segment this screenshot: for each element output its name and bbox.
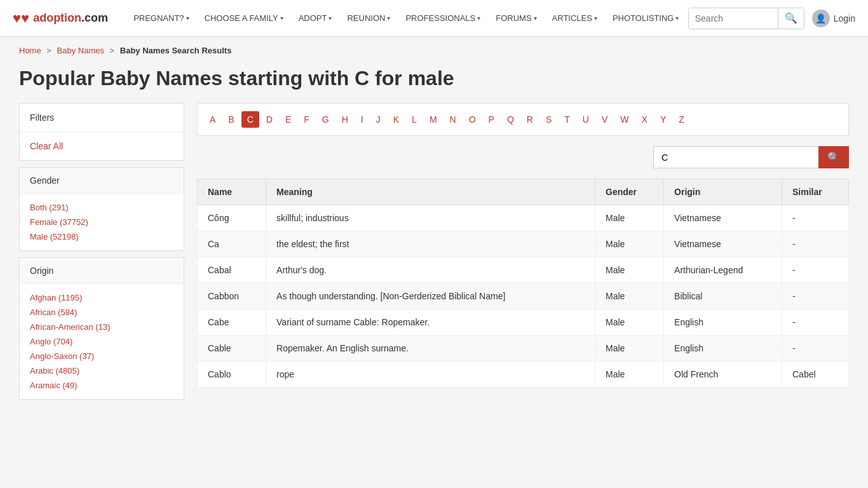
- alpha-letter-m[interactable]: M: [424, 111, 443, 128]
- alpha-letter-g[interactable]: G: [316, 111, 335, 128]
- search-button[interactable]: 🔍: [778, 8, 804, 29]
- origin-filter-link[interactable]: Anglo (704): [30, 334, 173, 349]
- alpha-letter-p[interactable]: P: [483, 111, 500, 128]
- sidebar: Filters Clear All Gender Both (291)Femal…: [19, 103, 184, 400]
- name-link[interactable]: Cabal: [208, 265, 231, 275]
- chevron-down-icon: ▾: [387, 15, 390, 22]
- meaning-cell: skillful; industrious: [266, 205, 595, 231]
- clear-all-button[interactable]: Clear All: [20, 132, 184, 160]
- alpha-letter-i[interactable]: I: [355, 111, 369, 128]
- name-link[interactable]: Ca: [208, 239, 219, 249]
- origin-filter-link[interactable]: Anglo-Saxon (37): [30, 349, 173, 363]
- nav-item-adopt[interactable]: ADOPT ▾: [292, 8, 339, 28]
- table-header-gender: Gender: [595, 179, 664, 205]
- name-link[interactable]: Cabe: [208, 317, 229, 327]
- logo[interactable]: ♥♥ adoption.com: [13, 10, 108, 27]
- gender-filter-link[interactable]: Male (52198): [30, 229, 173, 244]
- breadcrumb-home[interactable]: Home: [19, 46, 41, 55]
- login-area[interactable]: 👤 Login: [812, 10, 855, 27]
- login-label[interactable]: Login: [834, 13, 855, 24]
- search-input[interactable]: [689, 13, 778, 24]
- origin-filter-link[interactable]: Afghan (1195): [30, 290, 173, 305]
- name-cell[interactable]: Cabal: [198, 257, 266, 283]
- nav-item-professionals[interactable]: PROFESSIONALS ▾: [399, 8, 487, 28]
- breadcrumb-baby-names[interactable]: Baby Names: [57, 46, 104, 55]
- name-cell[interactable]: Cable: [198, 336, 266, 362]
- alpha-letter-h[interactable]: H: [336, 111, 354, 128]
- name-link[interactable]: Cabbon: [208, 291, 239, 301]
- breadcrumb-current: Baby Names Search Results: [120, 46, 232, 55]
- origin-filter-link[interactable]: African-American (13): [30, 320, 173, 334]
- alpha-letter-e[interactable]: E: [280, 111, 297, 128]
- alpha-letter-c[interactable]: C: [241, 111, 259, 128]
- alpha-letter-t[interactable]: T: [559, 111, 576, 128]
- alpha-letter-q[interactable]: Q: [501, 111, 520, 128]
- alpha-letter-a[interactable]: A: [204, 111, 221, 128]
- origin-cell: Arthurian-Legend: [664, 257, 782, 283]
- meaning-cell: As though understanding. [Non-Gerderized…: [266, 283, 595, 309]
- table-row: CabloropeMaleOld FrenchCabel: [198, 362, 849, 388]
- name-link[interactable]: Cablo: [208, 369, 231, 379]
- gender-filter-link[interactable]: Both (291): [30, 200, 173, 215]
- meaning-cell: rope: [266, 362, 595, 388]
- breadcrumb: Home > Baby Names > Baby Names Search Re…: [0, 37, 868, 60]
- nav-links: PREGNANT? ▾CHOOSE A FAMILY ▾ADOPT ▾REUNI…: [127, 8, 688, 28]
- alpha-letter-l[interactable]: L: [406, 111, 423, 128]
- gender-cell: Male: [595, 362, 664, 388]
- name-cell[interactable]: Cablo: [198, 362, 266, 388]
- alphabet-bar: ABCDEFGHIJKLMNOPQRSTUVWXYZ: [197, 103, 849, 136]
- alpha-letter-u[interactable]: U: [577, 111, 595, 128]
- name-search-button[interactable]: 🔍: [818, 146, 849, 168]
- table-row: CabbonAs though understanding. [Non-Gerd…: [198, 283, 849, 309]
- similar-cell: Cabel: [782, 362, 849, 388]
- nav-item-forums[interactable]: FORUMS ▾: [489, 8, 543, 28]
- origin-cell: English: [664, 309, 782, 336]
- alpha-letter-j[interactable]: J: [370, 111, 386, 128]
- name-link[interactable]: Cable: [208, 343, 231, 353]
- gender-cell: Male: [595, 205, 664, 231]
- origin-filter-link[interactable]: Arabic (4805): [30, 363, 173, 378]
- nav-item-choose-a-family[interactable]: CHOOSE A FAMILY ▾: [198, 8, 290, 28]
- nav-item-pregnant-[interactable]: PREGNANT? ▾: [127, 8, 195, 28]
- table-row: CabeVariant of surname Cable: Ropemaker.…: [198, 309, 849, 336]
- alpha-letter-f[interactable]: F: [298, 111, 315, 128]
- origin-filter-link[interactable]: African (584): [30, 305, 173, 320]
- breadcrumb-sep1: >: [46, 46, 51, 55]
- table-header-meaning: Meaning: [266, 179, 595, 205]
- gender-cell: Male: [595, 336, 664, 362]
- gender-cell: Male: [595, 309, 664, 336]
- chevron-down-icon: ▾: [186, 15, 189, 22]
- name-search-input[interactable]: [653, 146, 818, 168]
- alpha-letter-y[interactable]: Y: [654, 111, 672, 128]
- alpha-letter-v[interactable]: V: [596, 111, 613, 128]
- alpha-letter-b[interactable]: B: [222, 111, 240, 128]
- table-body: Côngskillful; industriousMaleVietnamese-…: [198, 205, 849, 388]
- chevron-down-icon: ▾: [594, 15, 597, 22]
- name-link[interactable]: Công: [208, 213, 229, 223]
- name-cell[interactable]: Cabbon: [198, 283, 266, 309]
- alpha-letter-n[interactable]: N: [444, 111, 462, 128]
- alpha-letter-w[interactable]: W: [614, 111, 634, 128]
- table-header-similar: Similar: [782, 179, 849, 205]
- nav-item-photolisting[interactable]: PHOTOLISTING ▾: [606, 8, 686, 28]
- alpha-letter-s[interactable]: S: [540, 111, 557, 128]
- origin-filter-link[interactable]: Aramaic (49): [30, 378, 173, 393]
- alpha-letter-o[interactable]: O: [463, 111, 482, 128]
- origin-cell: English: [664, 336, 782, 362]
- alpha-letter-d[interactable]: D: [261, 111, 278, 128]
- nav-item-reunion[interactable]: REUNION ▾: [341, 8, 397, 28]
- name-cell[interactable]: Cabe: [198, 309, 266, 336]
- similar-cell: -: [782, 257, 849, 283]
- nav-item-articles[interactable]: ARTICLES ▾: [546, 8, 604, 28]
- alpha-letter-x[interactable]: X: [636, 111, 653, 128]
- chevron-down-icon: ▾: [329, 15, 332, 22]
- alpha-letter-z[interactable]: Z: [673, 111, 690, 128]
- similar-cell: -: [782, 231, 849, 257]
- name-cell[interactable]: Công: [198, 205, 266, 231]
- origin-cell: Vietnamese: [664, 231, 782, 257]
- alpha-letter-k[interactable]: K: [388, 111, 405, 128]
- name-cell[interactable]: Ca: [198, 231, 266, 257]
- gender-filter-link[interactable]: Female (37752): [30, 215, 173, 229]
- similar-cell: -: [782, 283, 849, 309]
- alpha-letter-r[interactable]: R: [521, 111, 539, 128]
